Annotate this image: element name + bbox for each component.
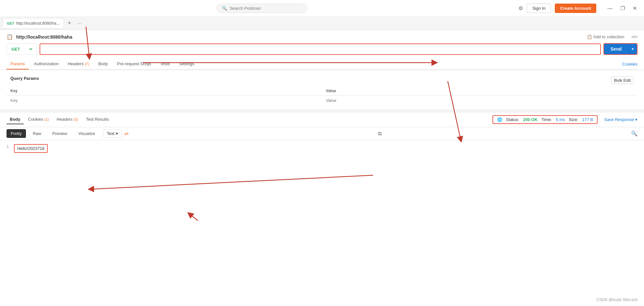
http-method-dropdown[interactable]: GET POST PUT DELETE PATCH	[10, 46, 33, 52]
wrap-icon[interactable]: ⇌	[124, 130, 128, 137]
globe-icon: 🌐	[497, 117, 502, 122]
svg-line-4	[190, 214, 198, 221]
query-params-section: Query Params Bulk Edit Key Value	[0, 70, 644, 110]
response-status-bar: 🌐 Status: 200 OK Time: 5 ms Size: 177 B	[492, 115, 598, 124]
tab-headers[interactable]: Headers (7)	[64, 59, 93, 69]
authorization-label: Authorization	[34, 61, 59, 66]
code-snippet-button[interactable]: </>	[631, 34, 638, 39]
tab-authorization[interactable]: Authorization	[30, 59, 63, 69]
resp-body-label: Body	[10, 117, 20, 122]
pretty-button[interactable]: Pretty	[6, 129, 26, 138]
response-tabs: Body Cookies (1) Headers (5) Test Result…	[6, 115, 112, 124]
response-header: Body Cookies (1) Headers (5) Test Result…	[0, 112, 644, 127]
key-header: Key	[6, 87, 322, 95]
headers-badge: (7)	[85, 62, 89, 66]
request-tabs: Params Authorization Headers (7) Body Pr…	[6, 59, 638, 70]
request-header: 📋 http://localhost:8080/haha 📋 Add to co…	[6, 34, 638, 40]
resp-tab-cookies[interactable]: Cookies (1)	[25, 115, 52, 124]
pre-request-label: Pre-request Script	[117, 61, 151, 66]
url-input-wrapper: http://localhost:8080/haha	[40, 43, 601, 55]
titlebar-right: ⚙ Sign In Create Account — ❐ ✕	[518, 4, 639, 13]
visualize-button[interactable]: Visualize	[74, 129, 99, 138]
params-label: Params	[10, 61, 25, 66]
body-label: Body	[98, 61, 108, 66]
panel-divider	[0, 110, 644, 112]
request-url-title: http://localhost:8080/haha	[16, 34, 72, 40]
minimize-button[interactable]: —	[605, 5, 614, 12]
search-input[interactable]	[230, 6, 295, 11]
tab-settings[interactable]: Settings	[175, 59, 198, 69]
response-content: 1 Hello!2023718	[6, 144, 638, 153]
watermark: CSDN @Kudō Shin-ichi	[596, 298, 638, 302]
query-params-title: Query Params	[10, 76, 39, 81]
tests-label: Tests	[160, 61, 170, 66]
gear-icon[interactable]: ⚙	[518, 5, 523, 11]
window-controls: — ❐ ✕	[605, 5, 639, 12]
status-label: Status:	[506, 117, 519, 122]
search-bar[interactable]: 🔍	[216, 4, 307, 13]
send-btn-wrapper: Send ▾	[603, 43, 638, 55]
more-tabs-button[interactable]: ···	[75, 19, 84, 27]
request-tab[interactable]: GET http://localhost:8080/ha...	[3, 18, 64, 29]
send-button[interactable]: Send	[604, 44, 628, 54]
resp-tab-test-results[interactable]: Test Results	[83, 115, 112, 124]
url-input[interactable]: http://localhost:8080/haha	[40, 44, 600, 54]
resp-test-results-label: Test Results	[86, 117, 109, 122]
tab-method-label: GET	[7, 21, 14, 25]
text-format-select[interactable]: Text ▾	[103, 129, 122, 138]
resp-tab-body[interactable]: Body	[6, 115, 24, 124]
resp-headers-label: Headers	[57, 117, 73, 122]
value-input[interactable]	[326, 98, 634, 103]
save-response-label: Save Response	[604, 117, 634, 122]
request-icon: 📋	[6, 34, 13, 40]
tab-tests[interactable]: Tests	[156, 59, 174, 69]
resp-cookies-badge: (1)	[44, 117, 49, 121]
settings-label: Settings	[179, 61, 194, 66]
text-format-label: Text	[107, 131, 115, 136]
cookies-label: Cookies	[622, 62, 638, 67]
tab-body[interactable]: Body	[94, 59, 112, 69]
time-value: 5 ms	[556, 117, 565, 122]
watermark-text: CSDN @Kudō Shin-ichi	[596, 298, 638, 302]
search-response-icon[interactable]: 🔍	[631, 130, 638, 137]
response-body: 1 Hello!2023718	[0, 140, 644, 157]
format-bar: Pretty Raw Preview Visualize Text ▾ ⇌ ⧉ …	[0, 127, 644, 140]
tabbar: GET http://localhost:8080/ha... + ···	[0, 17, 644, 30]
params-header-row: Query Params Bulk Edit	[6, 74, 638, 87]
close-button[interactable]: ✕	[631, 5, 639, 12]
size-label: Size:	[569, 117, 578, 122]
add-to-collection-button[interactable]: 📋 Add to collection	[587, 34, 624, 39]
create-account-button[interactable]: Create Account	[555, 4, 596, 13]
headers-label: Headers	[68, 61, 84, 66]
search-icon: 🔍	[222, 6, 227, 11]
add-collection-label: Add to collection	[593, 34, 624, 39]
resp-tab-headers[interactable]: Headers (5)	[54, 115, 81, 124]
raw-button[interactable]: Raw	[29, 129, 45, 138]
text-format-chevron: ▾	[116, 131, 118, 136]
maximize-button[interactable]: ❐	[618, 5, 627, 12]
tab-params[interactable]: Params	[6, 59, 29, 69]
table-row	[6, 95, 638, 106]
size-value: 177 B	[582, 117, 593, 122]
copy-icon[interactable]: ⧉	[378, 131, 382, 137]
tab-pre-request[interactable]: Pre-request Script	[113, 59, 155, 69]
bulk-edit-button[interactable]: Bulk Edit	[611, 77, 634, 84]
url-bar: GET POST PUT DELETE PATCH http://localho…	[6, 43, 638, 55]
method-select[interactable]: GET POST PUT DELETE PATCH	[6, 43, 37, 55]
tab-url-label: http://localhost:8080/ha...	[16, 21, 60, 26]
line-number: 1	[6, 144, 9, 149]
save-response-button[interactable]: Save Response ▾	[604, 117, 638, 122]
resp-headers-badge: (5)	[74, 117, 78, 121]
key-input[interactable]	[10, 98, 318, 103]
titlebar: 🔍 ⚙ Sign In Create Account — ❐ ✕	[0, 0, 644, 17]
value-header: Value	[322, 87, 638, 95]
signin-button[interactable]: Sign In	[527, 4, 551, 13]
status-value: 200 OK	[523, 117, 538, 122]
time-label: Time:	[541, 117, 552, 122]
params-table: Key Value	[6, 87, 638, 106]
preview-button[interactable]: Preview	[48, 129, 71, 138]
add-tab-button[interactable]: +	[65, 18, 74, 28]
collection-icon: 📋	[587, 34, 592, 39]
send-dropdown-button[interactable]: ▾	[628, 44, 637, 54]
cookies-link[interactable]: Cookies	[622, 59, 638, 69]
